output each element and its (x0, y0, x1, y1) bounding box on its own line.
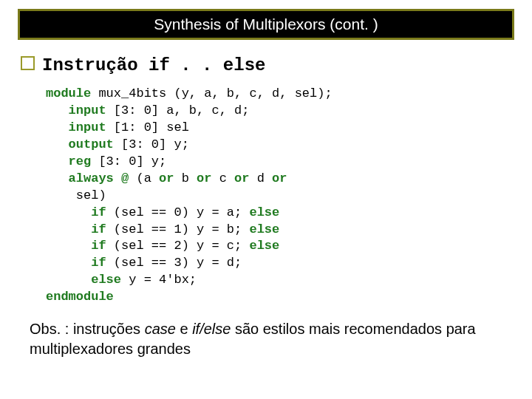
slide: Synthesis of Multiplexors (cont. ) Instr… (0, 9, 532, 399)
code-text: (sel == 1) y = b; (106, 222, 250, 236)
kw-endmodule: endmodule (46, 290, 114, 304)
kw-always: always (69, 171, 114, 185)
code-text: [1: 0] sel (106, 120, 189, 134)
kw-reg: reg (69, 154, 92, 168)
slide-title: Synthesis of Multiplexors (cont. ) (154, 16, 378, 33)
note-text: Obs. : instruções case e if/else são est… (30, 319, 502, 359)
code-text: d (249, 171, 272, 185)
note-italic: case (145, 321, 176, 337)
code-text: mux_4bits (y, a, b, c, d, sel); (91, 86, 332, 100)
code-block: module mux_4bits (y, a, b, c, d, sel); i… (46, 86, 532, 306)
code-text: [3: 0] y; (114, 137, 189, 151)
bullet-square-icon (21, 56, 35, 70)
code-text: b (174, 171, 197, 185)
code-text: (sel == 2) y = c; (106, 239, 250, 253)
kw-else: else (249, 205, 279, 219)
kw-or: or (272, 171, 287, 185)
kw-else: else (249, 239, 279, 253)
code-text: (sel == 3) y = d; (106, 256, 242, 270)
code-text: y = 4'bx; (121, 273, 197, 287)
kw-if: if (91, 239, 106, 253)
note-part: Obs. : instruções (30, 321, 145, 337)
title-bar: Synthesis of Multiplexors (cont. ) (18, 9, 514, 40)
kw-output: output (69, 137, 114, 151)
code-text: c (211, 171, 234, 185)
note-italic: if/else (192, 321, 231, 337)
kw-input: input (69, 120, 106, 134)
code-text: [3: 0] a, b, c, d; (106, 103, 250, 117)
kw-at: @ (114, 171, 137, 185)
kw-or: or (197, 171, 211, 185)
kw-input: input (69, 103, 106, 117)
kw-if: if (91, 205, 106, 219)
section-text: Instrução if . . else (42, 55, 265, 75)
kw-if: if (91, 222, 106, 236)
code-text: sel) (69, 188, 106, 202)
kw-module: module (46, 86, 91, 100)
kw-else: else (91, 273, 121, 287)
code-text: (a (136, 171, 159, 185)
kw-or: or (234, 171, 249, 185)
kw-or: or (159, 171, 174, 185)
section-heading: Instrução if . . else (21, 53, 532, 75)
code-text: [3: 0] y; (91, 154, 166, 168)
kw-else: else (249, 222, 279, 236)
code-text: (sel == 0) y = a; (106, 205, 250, 219)
kw-if: if (91, 256, 106, 270)
note-part: e (176, 321, 192, 337)
